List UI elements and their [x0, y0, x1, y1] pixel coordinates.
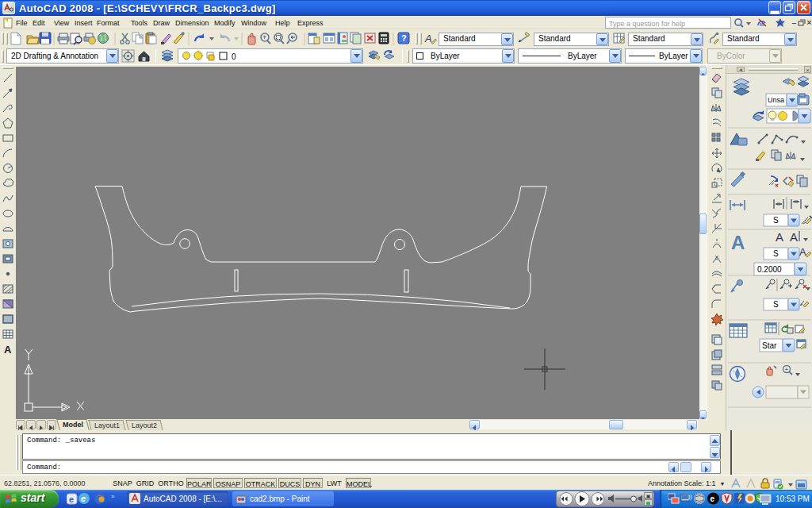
svg-text:S: S — [773, 300, 779, 309]
svg-text:A: A — [424, 33, 432, 44]
svg-text:e: e — [81, 494, 86, 503]
svg-text:A: A — [4, 344, 12, 356]
svg-text:A: A — [731, 232, 745, 253]
svg-text:?: ? — [401, 33, 407, 43]
svg-text:+: + — [262, 33, 266, 41]
svg-text:e: e — [69, 495, 74, 504]
svg-text:A: A — [799, 246, 806, 258]
svg-text:Star: Star — [762, 341, 777, 350]
svg-text:A: A — [790, 230, 798, 244]
svg-text:+: + — [785, 366, 789, 373]
svg-text:0.2000: 0.2000 — [757, 265, 782, 274]
svg-text:S: S — [773, 249, 779, 258]
svg-text:)): )) — [688, 494, 692, 500]
svg-text:»: » — [111, 493, 115, 500]
svg-text:Unsa: Unsa — [768, 96, 784, 104]
svg-text:e: e — [710, 495, 715, 503]
svg-text:A: A — [776, 230, 783, 244]
svg-text:S: S — [773, 216, 779, 225]
